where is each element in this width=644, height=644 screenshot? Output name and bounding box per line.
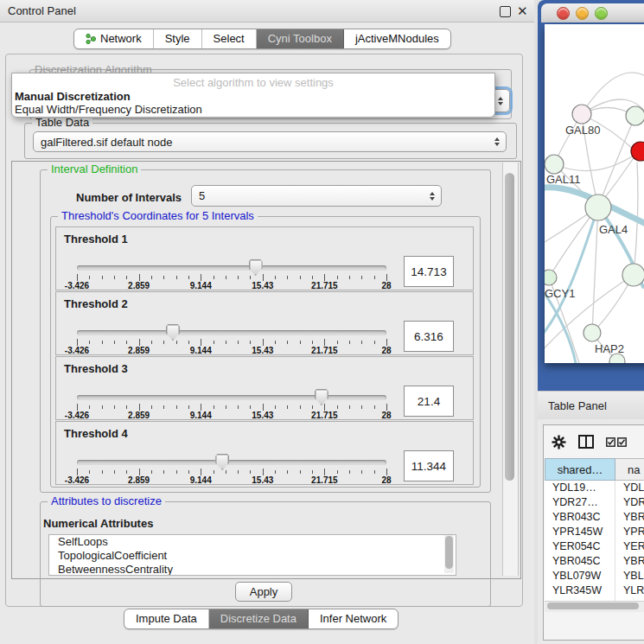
columns-icon[interactable] <box>578 435 594 449</box>
threshold-2-value-field[interactable]: 6.316 <box>404 321 454 352</box>
settings-scrollbar-thumb[interactable] <box>505 173 514 481</box>
combo-arrows-icon <box>498 97 503 105</box>
threshold-4-value-field[interactable]: 11.344 <box>404 450 454 481</box>
node-gal80[interactable] <box>572 105 591 124</box>
close-traffic-light-icon[interactable] <box>557 7 570 20</box>
zoom-traffic-light-icon[interactable] <box>595 7 608 20</box>
slider-tick <box>176 341 177 344</box>
node-gal11[interactable] <box>545 155 564 174</box>
table-cell: YLR3 <box>615 583 644 598</box>
threshold-3-slider[interactable] <box>77 395 386 400</box>
table-row[interactable]: YBR045CYBR0 <box>545 554 644 569</box>
table-cell: YBL079W <box>545 569 615 583</box>
threshold-1-slider[interactable] <box>77 265 386 271</box>
slider-tick-label: 28 <box>381 475 391 485</box>
tab-select[interactable]: Select <box>202 29 257 48</box>
node-gal4[interactable] <box>585 194 611 220</box>
slider-tick <box>77 469 78 475</box>
threshold-2-label: Threshold 2 <box>64 297 128 310</box>
bottom-tab-discretize-data[interactable]: Discretize Data <box>209 609 309 628</box>
column-header-name[interactable]: na <box>615 458 644 481</box>
table-row[interactable]: YBL079WYBL0 <box>545 569 644 583</box>
slider-tick <box>324 469 325 475</box>
table-row[interactable]: YPR145WYPR1 <box>545 525 644 539</box>
table-rows: YDL19…YDL1YDR27…YDR2YBR043CYBR0YPR145WYP… <box>545 481 644 601</box>
slider-tick <box>349 341 350 344</box>
algorithm-option-manual[interactable]: Manual Discretization <box>15 90 131 103</box>
apply-button[interactable]: Apply <box>235 582 292 602</box>
slider-tick <box>337 341 338 344</box>
threshold-2-tick-labels: -3.4262.8599.14415.4321.71528 <box>77 346 386 356</box>
node-partial-g[interactable] <box>626 106 644 125</box>
bottom-tab-impute-data[interactable]: Impute Data <box>124 609 209 628</box>
table-row[interactable]: YER054CYER0 <box>545 539 644 554</box>
slider-tick <box>349 405 350 409</box>
table-horizontal-scrollbar-thumb[interactable] <box>547 603 639 609</box>
slider-tick <box>250 470 251 474</box>
slider-tick <box>250 276 251 279</box>
slider-tick <box>287 276 288 279</box>
threshold-4-slider[interactable] <box>77 460 386 465</box>
slider-tick <box>275 276 276 279</box>
table-row[interactable]: YLR345WYLR3 <box>545 583 644 598</box>
slider-tick <box>77 339 78 346</box>
node-label-hap2: HAP2 <box>595 342 624 355</box>
slider-tick <box>89 341 90 344</box>
column-header-shared-name[interactable]: shared… <box>545 458 615 481</box>
threshold-2-slider[interactable] <box>77 330 386 335</box>
table-cell: YER054C <box>545 539 615 554</box>
network-canvas[interactable]: GAL80 G C GAL11 GAL4 GCY1 H HAP2 <box>545 24 644 363</box>
tab-network[interactable]: Network <box>74 29 154 48</box>
number-of-intervals-label: Number of Intervals <box>76 191 182 204</box>
threshold-1-label: Threshold 1 <box>64 233 128 245</box>
slider-tick <box>300 341 301 344</box>
threshold-3-value-field[interactable]: 21.4 <box>404 386 454 417</box>
node-red-selected[interactable] <box>631 142 644 161</box>
table-row[interactable]: YBR043CYBR0 <box>545 510 644 525</box>
settings-icon[interactable] <box>552 435 566 450</box>
slider-tick <box>374 470 375 474</box>
node-gcy1[interactable] <box>545 270 557 285</box>
slider-tick-label: 21.715 <box>311 281 338 290</box>
tab-cyni-toolbox[interactable]: Cyni Toolbox <box>257 29 344 48</box>
close-icon[interactable]: ✕ <box>517 3 528 19</box>
attribute-list-item[interactable]: SelfLoops <box>49 535 456 549</box>
float-window-icon[interactable] <box>500 6 511 17</box>
node-label-gal11: GAL11 <box>546 173 581 186</box>
slider-tick-label: 28 <box>381 411 391 420</box>
attributes-list-scrollbar-thumb[interactable] <box>445 536 453 569</box>
bottom-tab-infer-network[interactable]: Infer Network <box>309 609 398 628</box>
slider-tick <box>214 341 214 344</box>
node-hap2[interactable] <box>583 324 601 341</box>
table-row[interactable]: YDL19…YDL1 <box>545 481 644 495</box>
checkbox-checked-icon[interactable] <box>617 437 627 447</box>
slider-tick <box>126 341 127 344</box>
slider-tick <box>163 341 164 344</box>
table-cell: YBR043C <box>545 510 615 525</box>
table-row[interactable]: YDR27…YDR2 <box>545 495 644 510</box>
table-panel-toolbar <box>545 428 644 456</box>
minimize-traffic-light-icon[interactable] <box>576 7 589 20</box>
tab-style[interactable]: Style <box>154 29 202 48</box>
algorithm-option-equal-width[interactable]: Equal Width/Frequency Discretization <box>15 103 202 116</box>
table-cell: YBR0 <box>615 554 644 569</box>
slider-tick <box>361 405 362 409</box>
checkbox-checked-icon[interactable] <box>606 437 615 447</box>
attribute-list-item[interactable]: TopologicalCoefficient <box>49 549 456 563</box>
tab-jactivemnodules[interactable]: jActiveMNodules <box>344 29 450 48</box>
attribute-list-item[interactable]: BetweennessCentrality <box>49 563 456 576</box>
slider-tick <box>139 404 140 411</box>
threshold-2-ruler <box>77 339 386 346</box>
network-window-titlebar <box>541 3 644 22</box>
table-data-select[interactable]: galFiltered.sif default node <box>33 131 507 152</box>
threshold-1-value-field[interactable]: 14.713 <box>404 256 454 287</box>
number-of-intervals-select[interactable]: 5 <box>191 185 442 207</box>
slider-tick <box>361 470 362 474</box>
table-cell: YDR2 <box>615 495 644 510</box>
node-partial-h[interactable] <box>622 264 644 286</box>
slider-tick <box>312 276 313 279</box>
slider-tick <box>361 276 362 279</box>
slider-tick-label: 15.43 <box>252 411 273 420</box>
slider-tick <box>263 274 264 281</box>
slider-tick <box>126 470 127 474</box>
